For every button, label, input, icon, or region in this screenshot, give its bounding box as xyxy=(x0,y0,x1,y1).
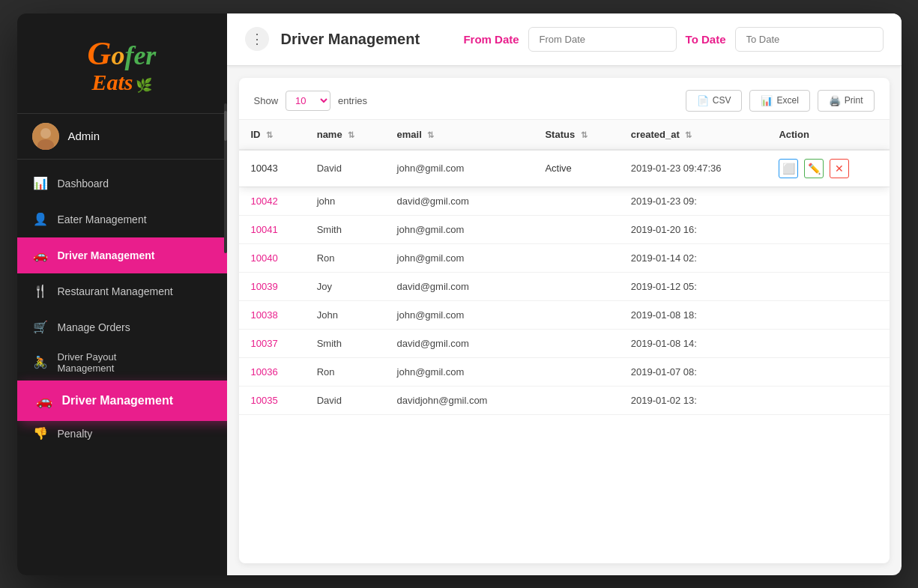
col-id[interactable]: ID ⇅ xyxy=(239,119,305,150)
cell-created: 2019-01-20 16: xyxy=(619,215,767,243)
car-icon: 🚗 xyxy=(32,247,49,264)
edit-button[interactable]: ✏️ xyxy=(804,159,824,178)
table-row: 10037 Smith david@gmil.com 2019-01-08 14… xyxy=(239,329,890,357)
logo-g: G xyxy=(88,34,112,73)
cell-action xyxy=(767,357,889,386)
cell-action xyxy=(767,329,889,357)
cell-status xyxy=(533,357,618,386)
id-link[interactable]: 10039 xyxy=(251,281,278,292)
eater-icon: 👤 xyxy=(32,211,49,228)
table-row: 10035 David davidjohn@gmil.com 2019-01-0… xyxy=(239,386,890,414)
from-date-input[interactable] xyxy=(528,27,677,52)
cell-action xyxy=(767,187,889,215)
cell-status xyxy=(533,215,618,243)
table-controls: Show 10 25 50 100 entries 📄 CSV 📊 Excel xyxy=(239,78,890,119)
sidebar-item-label: Penalty xyxy=(58,428,212,440)
page-title: Driver Management xyxy=(281,31,420,48)
csv-label: CSV xyxy=(713,95,731,106)
show-label: Show xyxy=(254,95,279,106)
cell-created: 2019-01-07 08: xyxy=(619,357,767,386)
cell-created: 2019-01-12 05: xyxy=(619,272,767,300)
floating-car-icon: 🚗 xyxy=(35,392,53,410)
excel-button[interactable]: 📊 Excel xyxy=(749,90,809,112)
sort-icon-id: ⇅ xyxy=(266,130,273,140)
id-link[interactable]: 10037 xyxy=(251,338,278,349)
orders-icon: 🛒 xyxy=(32,319,49,336)
cell-action xyxy=(767,386,889,414)
admin-label: Admin xyxy=(68,130,100,142)
data-table: ID ⇅ name ⇅ email ⇅ Status ⇅ created_at … xyxy=(239,119,890,415)
cell-id[interactable]: 10036 xyxy=(239,357,305,386)
sidebar-item-label: Eater Management xyxy=(58,213,212,225)
sort-icon-created: ⇅ xyxy=(685,130,692,140)
logo-wrapper: G o fer Eats 🌿 xyxy=(88,27,157,103)
avatar-image xyxy=(32,123,59,150)
header-left: ⋮ Driver Management xyxy=(245,27,420,51)
cell-name: Smith xyxy=(305,329,385,357)
table-row: 10039 Joy david@gmil.com 2019-01-12 05: xyxy=(239,272,890,300)
id-link[interactable]: 10042 xyxy=(251,196,278,207)
to-date-input[interactable] xyxy=(735,27,884,52)
cell-id[interactable]: 10037 xyxy=(239,329,305,357)
menu-dots-button[interactable]: ⋮ xyxy=(245,27,269,51)
sidebar-item-label: Restaurant Management xyxy=(58,285,212,297)
main-content: ⋮ Driver Management From Date To Date Sh… xyxy=(227,13,902,575)
sidebar-item-label: Manage Orders xyxy=(58,321,212,333)
id-link[interactable]: 10040 xyxy=(251,252,278,264)
cell-status xyxy=(533,329,618,357)
floating-active-pill[interactable]: 🚗 Driver Management xyxy=(17,381,227,421)
cell-id[interactable]: 10040 xyxy=(239,243,305,272)
id-link[interactable]: 10035 xyxy=(251,395,278,406)
logo-o: o xyxy=(111,40,124,71)
cell-name: john xyxy=(305,187,385,215)
cell-email: john@gmil.com xyxy=(385,243,534,272)
to-date-label: To Date xyxy=(686,33,726,46)
sidebar-nav: 📊 Dashboard 👤 Eater Management 🚗 Driver … xyxy=(17,166,227,575)
table-body: 10043 David john@gmil.com Active 2019-01… xyxy=(239,150,890,415)
logo-line1: G o fer xyxy=(88,34,157,73)
logo-fer: fer xyxy=(124,40,156,71)
svg-point-1 xyxy=(40,128,51,139)
sidebar-item-label: Dashboard xyxy=(58,178,212,190)
table-row: 10040 Ron john@gmil.com 2019-01-14 02: xyxy=(239,243,890,272)
col-email[interactable]: email ⇅ xyxy=(385,119,534,150)
col-created[interactable]: created_at ⇅ xyxy=(619,119,767,150)
from-date-label: From Date xyxy=(463,33,519,46)
delete-button[interactable]: ✕ xyxy=(830,159,849,178)
sidebar-item-driver-payout[interactable]: 🚴 Driver PayoutManagement xyxy=(17,345,227,380)
sidebar-item-dashboard[interactable]: 📊 Dashboard xyxy=(17,166,227,201)
cell-name: David xyxy=(305,150,385,187)
id-link[interactable]: 10036 xyxy=(251,366,278,378)
cell-id[interactable]: 10039 xyxy=(239,272,305,300)
cell-created: 2019-01-08 14: xyxy=(619,329,767,357)
cell-id[interactable]: 10042 xyxy=(239,187,305,215)
cell-status xyxy=(533,187,618,215)
id-link[interactable]: 10038 xyxy=(251,309,278,321)
table-container: Show 10 25 50 100 entries 📄 CSV 📊 Excel xyxy=(239,78,890,563)
excel-label: Excel xyxy=(776,95,798,106)
sidebar-item-manage-orders[interactable]: 🛒 Manage Orders xyxy=(17,309,227,345)
print-button[interactable]: 🖨️ Print xyxy=(818,90,875,112)
sidebar-item-penalty[interactable]: 👎 Penalty xyxy=(17,416,227,452)
sidebar-item-eater-management[interactable]: 👤 Eater Management xyxy=(17,201,227,237)
col-status[interactable]: Status ⇅ xyxy=(533,119,618,150)
cell-email: john@gmil.com xyxy=(385,300,534,329)
sidebar-item-driver-management[interactable]: 🚗 Driver Management xyxy=(17,237,227,273)
avatar xyxy=(32,123,59,150)
cell-id[interactable]: 10041 xyxy=(239,215,305,243)
id-link[interactable]: 10041 xyxy=(251,224,278,235)
entries-label: entries xyxy=(338,95,367,106)
view-button[interactable]: ⬜ xyxy=(779,159,798,178)
cell-email: davidjohn@gmil.com xyxy=(385,386,534,414)
floating-active-label: Driver Management xyxy=(62,394,174,407)
cell-email: david@gmil.com xyxy=(385,272,534,300)
cell-email: david@gmil.com xyxy=(385,329,534,357)
csv-button[interactable]: 📄 CSV xyxy=(686,90,743,112)
col-name[interactable]: name ⇅ xyxy=(305,119,385,150)
sidebar-item-restaurant-management[interactable]: 🍴 Restaurant Management xyxy=(17,273,227,309)
cell-id[interactable]: 10038 xyxy=(239,300,305,329)
cell-id[interactable]: 10035 xyxy=(239,386,305,414)
entries-select[interactable]: 10 25 50 100 xyxy=(286,91,330,111)
col-action: Action xyxy=(767,119,889,150)
admin-row[interactable]: Admin xyxy=(17,113,227,160)
